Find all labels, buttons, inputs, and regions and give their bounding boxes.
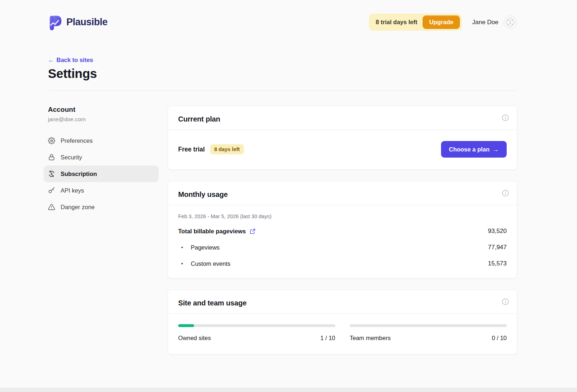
page-title: Settings	[48, 66, 517, 81]
usage-row-custom-events: Custom events 15,573	[178, 260, 507, 267]
window-bottom-edge	[0, 388, 577, 392]
progress-track	[178, 324, 335, 327]
account-email: jane@doe.com	[48, 116, 159, 123]
sidebar-item-danger-zone[interactable]: Danger zone	[44, 199, 159, 215]
sidebar-item-label: API keys	[61, 187, 84, 194]
usage-total-value: 93,520	[488, 228, 507, 235]
meter-label: Owned sites	[178, 335, 211, 342]
sidebar-item-api-keys[interactable]: API keys	[44, 182, 159, 199]
back-arrow-icon: ←	[48, 57, 54, 63]
sidebar-nav: Preferences Security	[44, 132, 159, 215]
usage-total-row: Total billable pageviews 93,520	[178, 228, 507, 235]
plan-name: Free trial	[178, 146, 205, 153]
settings-page: Plausible 8 trial days left Upgrade Jane…	[0, 0, 577, 392]
choose-plan-button[interactable]: Choose a plan →	[441, 141, 507, 158]
lock-icon	[48, 154, 55, 161]
team-members-meter: Team members 0 / 10	[350, 324, 507, 342]
usage-row-label: Pageviews	[191, 244, 220, 251]
key-icon	[48, 187, 55, 194]
user-name[interactable]: Jane Doe	[472, 19, 498, 26]
svg-text:$: $	[51, 172, 53, 176]
current-plan-card: Current plan Free trial 8 days left Choo…	[168, 106, 517, 170]
user-avatar[interactable]	[503, 16, 517, 29]
settings-main: Current plan Free trial 8 days left Choo…	[168, 106, 517, 354]
info-circle-icon[interactable]	[502, 189, 509, 197]
plausible-logo-icon	[48, 14, 62, 30]
sidebar-section-title: Account	[48, 106, 159, 114]
choose-plan-label: Choose a plan	[449, 146, 490, 153]
warning-triangle-icon	[48, 203, 55, 211]
sidebar-item-security[interactable]: Security	[44, 149, 159, 166]
top-bar: Plausible 8 trial days left Upgrade Jane…	[48, 0, 517, 31]
bullet-dot	[181, 263, 183, 264]
sidebar-item-label: Security	[61, 154, 82, 161]
settings-sidebar: Account jane@doe.com Preferences	[48, 106, 159, 215]
usage-total-label: Total billable pageviews	[178, 228, 246, 235]
trial-days-text: 8 trial days left	[376, 19, 418, 26]
gear-icon	[48, 137, 55, 144]
usage-row-pageviews: Pageviews 77,947	[178, 244, 507, 251]
page-divider	[48, 91, 517, 91]
usage-period: Feb 3, 2026 - Mar 5, 2026 (last 30 days)	[178, 213, 507, 219]
info-circle-icon[interactable]	[502, 298, 509, 305]
info-circle-icon[interactable]	[502, 114, 509, 122]
meter-label: Team members	[350, 335, 391, 342]
identicon-avatar-icon	[503, 16, 517, 29]
usage-row-value: 15,573	[488, 260, 507, 267]
back-to-sites-link[interactable]: ← Back to sites	[48, 57, 93, 63]
card-title: Monthly usage	[178, 190, 507, 199]
sidebar-item-label: Preferences	[61, 137, 93, 144]
sidebar-item-label: Danger zone	[61, 204, 94, 211]
card-title: Site and team usage	[178, 299, 507, 307]
progress-fill	[178, 324, 194, 327]
sidebar-item-subscription[interactable]: $ Subscription	[44, 166, 159, 182]
days-left-badge: 8 days left	[210, 144, 244, 154]
top-bar-right: 8 trial days left Upgrade Jane Doe	[369, 14, 517, 31]
usage-row-label: Custom events	[191, 260, 230, 267]
plausible-logo[interactable]: Plausible	[48, 14, 107, 30]
external-link-icon[interactable]	[250, 228, 256, 234]
progress-track	[350, 324, 507, 327]
meter-value: 1 / 10	[320, 335, 335, 342]
billing-cycle-icon: $	[48, 170, 55, 177]
card-title: Current plan	[178, 115, 507, 123]
bullet-dot	[181, 247, 183, 248]
back-link-label: Back to sites	[57, 57, 93, 63]
monthly-usage-card: Monthly usage Feb 3, 2026 - Mar 5, 2026 …	[168, 181, 517, 278]
brand-name: Plausible	[66, 17, 107, 28]
upgrade-button[interactable]: Upgrade	[423, 16, 460, 29]
trial-banner: 8 trial days left Upgrade	[369, 14, 462, 31]
meter-value: 0 / 10	[492, 335, 507, 342]
site-team-usage-card: Site and team usage	[168, 290, 517, 354]
usage-row-value: 77,947	[488, 244, 507, 251]
sidebar-item-preferences[interactable]: Preferences	[44, 132, 159, 149]
owned-sites-meter: Owned sites 1 / 10	[178, 324, 335, 342]
arrow-right-icon: →	[493, 146, 499, 153]
sidebar-item-label: Subscription	[61, 171, 97, 177]
